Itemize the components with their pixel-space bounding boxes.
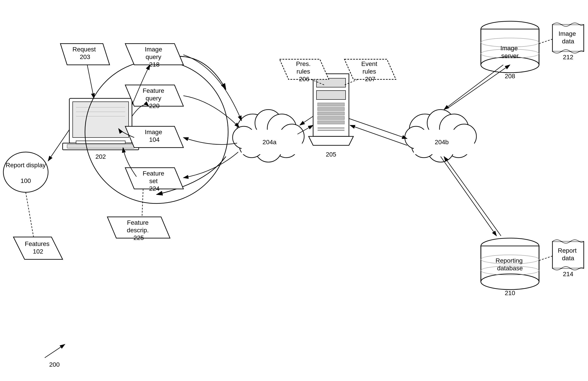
svg-rect-34 [318, 116, 344, 120]
svg-line-66 [87, 65, 94, 98]
svg-rect-36 [318, 127, 344, 129]
svg-line-68 [26, 192, 34, 237]
svg-rect-35 [318, 121, 344, 124]
svg-line-82 [45, 344, 65, 358]
svg-rect-6 [73, 102, 129, 138]
svg-rect-11 [76, 141, 125, 143]
svg-rect-33 [318, 112, 344, 115]
svg-point-2 [3, 152, 48, 192]
computer-number: 202 [96, 153, 106, 160]
svg-line-79 [441, 157, 497, 236]
svg-line-80 [444, 157, 501, 236]
svg-line-69 [142, 189, 143, 217]
report-display-label: Report display [6, 162, 46, 169]
report-data-number: 214 [563, 271, 573, 278]
report-display-number: 100 [21, 177, 31, 184]
svg-rect-32 [318, 107, 344, 111]
svg-line-76 [447, 65, 510, 108]
svg-line-78 [539, 39, 552, 44]
server-number: 205 [326, 151, 336, 158]
svg-marker-38 [309, 136, 353, 145]
svg-rect-12 [67, 144, 134, 148]
svg-line-73 [350, 125, 407, 145]
svg-line-71 [300, 116, 313, 125]
image-server-number: 208 [505, 73, 515, 80]
svg-rect-37 [318, 130, 344, 131]
svg-rect-31 [318, 103, 344, 106]
svg-line-81 [539, 256, 552, 261]
cloud-a-number: 204a [263, 139, 277, 145]
cloud-b-number: 204b [435, 139, 449, 145]
svg-line-72 [349, 119, 407, 139]
svg-line-77 [444, 65, 503, 110]
image-data-number: 212 [563, 54, 573, 60]
reporting-db-number: 210 [505, 290, 515, 297]
svg-rect-30 [316, 91, 346, 100]
diagram-number: 200 [49, 361, 60, 368]
svg-point-62 [481, 274, 539, 290]
